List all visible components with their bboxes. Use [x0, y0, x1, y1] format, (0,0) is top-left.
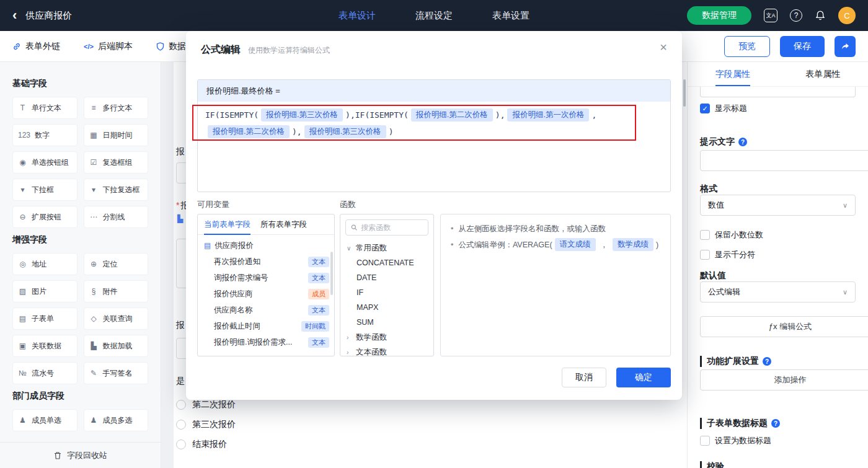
notification-bell-icon[interactable]: [815, 10, 826, 21]
tab-current-form-fields[interactable]: 当前表单字段: [204, 214, 250, 234]
function-item[interactable]: DATE: [340, 270, 433, 285]
tab-form-properties[interactable]: 表单属性: [778, 62, 868, 86]
variables-root-node[interactable]: ▤ 供应商报价: [198, 237, 334, 254]
radio-option[interactable]: 第三次报价: [176, 419, 236, 430]
function-group[interactable]: ›文本函数: [340, 345, 433, 356]
palette-item-data-load[interactable]: ▙数据加载: [84, 335, 149, 357]
variable-field-row[interactable]: 报价截止时间时间戳: [198, 318, 334, 334]
edit-formula-button[interactable]: ƒx 编辑公式: [700, 316, 868, 337]
decimal-checkbox[interactable]: 保留小数位数: [700, 229, 856, 241]
palette-item-multi-select[interactable]: ▾下拉复选框: [84, 179, 149, 201]
save-button[interactable]: 保存: [780, 36, 825, 57]
palette-item-extend-button[interactable]: ⊖扩展按钮: [12, 206, 78, 228]
backend-script-button[interactable]: </> 后端脚本: [84, 41, 133, 52]
palette-item-label: 日期时间: [103, 130, 133, 141]
preview-button[interactable]: 预览: [724, 36, 770, 57]
palette-item-member-multi[interactable]: ♟成员多选: [84, 409, 149, 431]
variables-scrollbar[interactable]: [330, 252, 333, 295]
radio-circle-icon[interactable]: [176, 420, 186, 430]
palette-item-datetime[interactable]: ▦日期时间: [84, 124, 149, 146]
palette-item-radio-group[interactable]: ◉单选按钮组: [12, 151, 78, 174]
formula-field-chip[interactable]: 报价明细.第二次价格: [411, 108, 493, 121]
add-action-button[interactable]: 添加操作: [700, 369, 868, 391]
formula-field-chip[interactable]: 报价明细.第二次价格: [208, 125, 290, 138]
palette-item-number[interactable]: 123数字: [12, 124, 78, 146]
palette-item-linked-data[interactable]: ▣关联数据: [12, 335, 78, 357]
formula-editor[interactable]: IF(ISEMPTY(报价明细.第三次价格),IF(ISEMPTY(报价明细.第…: [198, 102, 670, 145]
radio-circle-icon[interactable]: [176, 439, 186, 449]
radio-circle-icon[interactable]: [176, 400, 186, 410]
example-field-chip: 语文成绩: [555, 238, 596, 251]
palette-item-signature[interactable]: ✎手写签名: [84, 362, 149, 384]
nav-form-design[interactable]: 表单设计: [339, 10, 376, 22]
palette-item-single-line-text[interactable]: T单行文本: [12, 97, 78, 119]
formula-field-chip[interactable]: 报价明细.第一次价格: [507, 108, 589, 121]
palette-item-divider[interactable]: ⋯分割线: [84, 206, 149, 228]
function-group[interactable]: ›数学函数: [340, 330, 433, 345]
palette-item-location[interactable]: ⊕定位: [84, 253, 149, 275]
default-value-select[interactable]: 公式编辑 ∨: [700, 281, 856, 302]
tab-field-properties[interactable]: 字段属性: [688, 62, 778, 86]
palette-item-address[interactable]: ◎地址: [12, 253, 78, 275]
toolbar-item-label: 表单外链: [25, 41, 60, 52]
checkbox-unchecked-icon[interactable]: [700, 436, 710, 446]
radio-option[interactable]: 第二次报价: [176, 399, 236, 410]
palette-item-linked-query[interactable]: ◇关联查询: [84, 307, 149, 330]
modal-title: 公式编辑: [201, 43, 241, 56]
language-icon[interactable]: 文A: [764, 9, 777, 22]
radio-option-label: 第二次报价: [192, 399, 236, 410]
checkbox-unchecked-icon[interactable]: [700, 230, 710, 240]
checkbox-unchecked-icon[interactable]: [700, 250, 710, 260]
data-manage-button[interactable]: 数据管理: [687, 6, 751, 25]
palette-item-image[interactable]: ▨图片: [12, 280, 78, 302]
nav-flow-setting[interactable]: 流程设定: [415, 10, 453, 22]
user-avatar[interactable]: C: [838, 7, 856, 24]
formula-field-chip[interactable]: 报价明细.第三次价格: [261, 108, 343, 121]
set-data-title-checkbox[interactable]: 设置为数据标题: [700, 435, 856, 446]
palette-item-attachment[interactable]: §附件: [84, 280, 149, 302]
help-question-icon[interactable]: ?: [738, 138, 747, 146]
share-button[interactable]: [835, 36, 856, 57]
variable-field-row[interactable]: 再次报价通知文本: [198, 254, 334, 270]
form-doc-icon: ▤: [204, 241, 211, 250]
help-question-icon[interactable]: ?: [763, 357, 771, 366]
thousand-separator-checkbox[interactable]: 显示千分符: [700, 249, 856, 260]
palette-item-multi-line-text[interactable]: ≡多行文本: [84, 97, 149, 119]
function-item[interactable]: IF: [340, 285, 433, 300]
back-icon[interactable]: ‹: [12, 9, 17, 22]
cancel-button[interactable]: 取消: [562, 368, 606, 387]
panel-scrollbar[interactable]: [683, 79, 686, 107]
palette-item-subform[interactable]: ▤子表单: [12, 307, 78, 330]
function-item[interactable]: CONCATENATE: [340, 255, 433, 270]
function-search-box[interactable]: [345, 219, 428, 236]
palette-item-checkbox-group[interactable]: ☑复选框组: [84, 151, 149, 174]
help-question-icon[interactable]: ?: [771, 419, 780, 428]
palette-item-serial-number[interactable]: №流水号: [12, 362, 78, 384]
variable-field-row[interactable]: 询报价需求编号文本: [198, 270, 334, 286]
hint-text-input[interactable]: [700, 150, 868, 171]
radio-option[interactable]: 结束报价: [176, 439, 227, 450]
scrolled-input-fragment[interactable]: [700, 87, 856, 97]
checkbox-checked-icon[interactable]: ✓: [700, 104, 710, 113]
field-recycle-bin[interactable]: 字段回收站: [0, 442, 161, 468]
close-icon[interactable]: ×: [660, 41, 667, 53]
variable-field-row[interactable]: 报价明细.询报价需求...文本: [198, 334, 334, 350]
variable-field-name: 报价截止时间: [214, 321, 260, 332]
palette-item-member-single[interactable]: ♟成员单选: [12, 409, 78, 431]
palette-item-label: 扩展按钮: [32, 212, 61, 223]
variable-field-row[interactable]: 供应商名称文本: [198, 302, 334, 318]
function-search-input[interactable]: [361, 223, 423, 232]
function-item[interactable]: MAPX: [340, 300, 433, 315]
help-icon[interactable]: ?: [790, 9, 802, 22]
form-external-link-button[interactable]: 表单外链: [12, 41, 60, 52]
function-group[interactable]: ∨常用函数: [340, 241, 433, 255]
variable-field-row[interactable]: 报价供应商成员: [198, 286, 334, 302]
formula-field-chip[interactable]: 报价明细.第三次价格: [304, 125, 386, 138]
nav-form-setting[interactable]: 表单设置: [492, 10, 529, 22]
confirm-button[interactable]: 确定: [616, 368, 671, 387]
format-select[interactable]: 数值 ∨: [700, 195, 856, 216]
show-title-checkbox[interactable]: ✓ 显示标题: [700, 103, 856, 114]
function-item[interactable]: SUM: [340, 315, 433, 330]
tab-all-form-fields[interactable]: 所有表单字段: [260, 214, 307, 234]
palette-item-select[interactable]: ▾下拉框: [12, 179, 78, 201]
